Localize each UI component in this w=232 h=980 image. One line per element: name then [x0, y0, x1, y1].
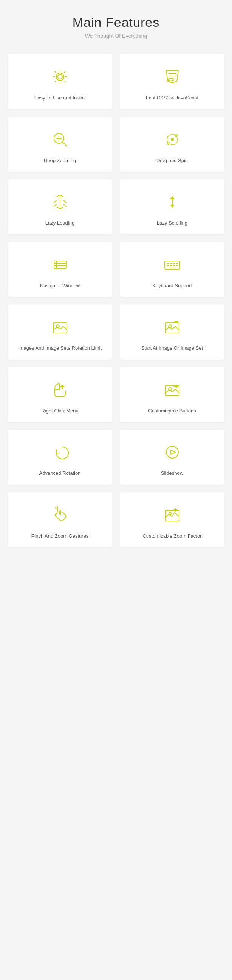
slideshow-icon	[161, 441, 184, 463]
svg-point-0	[58, 75, 62, 79]
advanced-rotation-icon	[49, 441, 72, 463]
svg-point-7	[171, 138, 174, 141]
feature-label-advanced-rotation: Advanced Rotation	[39, 469, 81, 477]
svg-line-3	[62, 142, 67, 146]
feature-card-image-rotation: Images And Image Sets Rotation Limit	[8, 304, 112, 360]
feature-card-slideshow: Slideshow	[120, 430, 224, 485]
feature-card-right-click: Right Click Menu	[8, 367, 112, 422]
page-header: Main Features We Thought Of Everything	[8, 15, 224, 39]
feature-label-fast-css3: Fast CSS3 & JavaScript	[146, 94, 199, 102]
feature-label-easy-to-use: Easy To Use and Install	[34, 94, 86, 102]
feature-label-deep-zooming: Deep Zooming	[44, 157, 76, 164]
drag-spin-icon	[161, 128, 184, 151]
features-grid: Easy To Use and Install Fast CSS3 & Java…	[8, 54, 224, 547]
feature-card-custom-buttons: Customizable Buttons	[120, 367, 224, 422]
svg-line-9	[57, 195, 60, 197]
svg-point-43	[166, 446, 178, 458]
pinch-zoom-icon	[49, 504, 72, 526]
svg-line-44	[56, 508, 56, 509]
feature-card-lazy-loading: Lazy Loading	[8, 179, 112, 234]
page-wrapper: Main Features We Thought Of Everything E…	[0, 0, 232, 570]
feature-label-slideshow: Slideshow	[161, 469, 183, 477]
right-click-icon	[49, 379, 72, 401]
svg-line-11	[54, 200, 56, 203]
svg-line-13	[54, 204, 56, 207]
feature-card-start-image: Start At Image Or Image Set	[120, 304, 224, 360]
feature-label-start-image: Start At Image Or Image Set	[141, 344, 203, 352]
feature-label-keyboard: Keyboard Support	[152, 282, 192, 290]
page-subtitle: We Thought Of Everything	[8, 33, 224, 39]
feature-label-custom-buttons: Customizable Buttons	[148, 407, 196, 415]
keyboard-icon	[161, 253, 184, 276]
image-rotation-icon	[49, 316, 72, 338]
feature-card-lazy-scrolling: Lazy Scrolling	[120, 179, 224, 234]
feature-label-right-click: Right Click Menu	[41, 407, 78, 415]
lazy-loading-icon	[49, 191, 72, 213]
svg-line-14	[64, 204, 66, 207]
lazy-scrolling-icon	[161, 191, 184, 213]
svg-line-12	[64, 200, 66, 203]
feature-label-custom-zoom: Customizable Zoom Factor	[143, 532, 202, 540]
feature-card-easy-to-use: Easy To Use and Install	[8, 54, 112, 109]
feature-card-keyboard: Keyboard Support	[120, 242, 224, 297]
css3-icon	[161, 65, 184, 88]
svg-line-15	[57, 207, 60, 209]
feature-label-navigator: Navigator Window	[40, 282, 80, 290]
feature-card-deep-zooming: Deep Zooming	[8, 117, 112, 172]
feature-label-drag-spin: Drag and Spin	[156, 157, 188, 164]
zoom-icon	[49, 128, 72, 151]
page-title: Main Features	[8, 15, 224, 30]
feature-card-drag-spin: Drag and Spin	[120, 117, 224, 172]
feature-card-navigator: Navigator Window	[8, 242, 112, 297]
feature-label-pinch-zoom: Pinch And Zoom Gestures	[31, 532, 89, 540]
custom-buttons-icon	[161, 379, 184, 401]
gear-icon	[49, 65, 72, 88]
feature-card-custom-zoom: Customizable Zoom Factor	[120, 492, 224, 547]
feature-card-pinch-zoom: Pinch And Zoom Gestures	[8, 492, 112, 547]
svg-line-16	[60, 207, 63, 209]
feature-card-advanced-rotation: Advanced Rotation	[8, 430, 112, 485]
feature-label-lazy-scrolling: Lazy Scrolling	[157, 219, 188, 227]
svg-point-49	[169, 512, 171, 515]
feature-label-image-rotation: Images And Image Sets Rotation Limit	[18, 344, 102, 352]
navigator-icon	[49, 253, 72, 276]
svg-line-10	[60, 195, 63, 197]
custom-zoom-icon	[161, 504, 184, 526]
feature-label-lazy-loading: Lazy Loading	[45, 219, 75, 227]
feature-card-fast-css3: Fast CSS3 & JavaScript	[120, 54, 224, 109]
start-image-icon	[161, 316, 184, 338]
svg-rect-18	[54, 261, 66, 269]
